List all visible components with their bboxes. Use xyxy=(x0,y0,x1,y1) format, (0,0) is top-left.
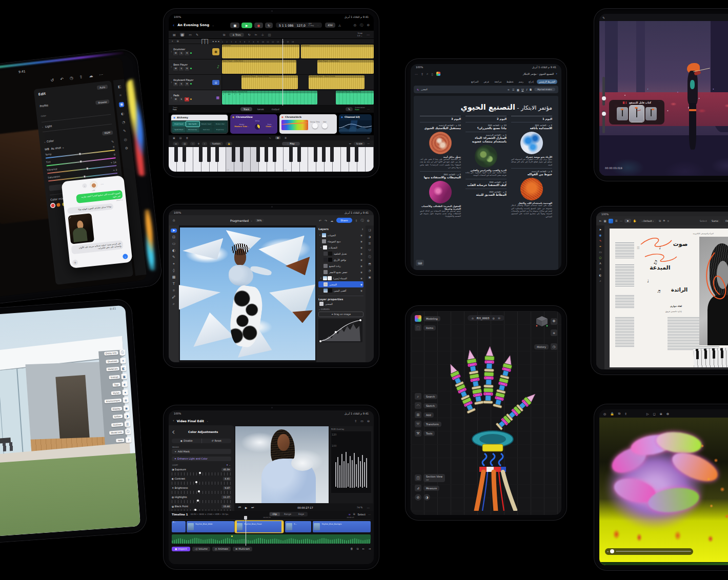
inspect-button[interactable]: ▣ Inspect xyxy=(172,547,190,551)
tab-track[interactable]: Track xyxy=(240,107,253,111)
snap-control[interactable]: Snap1/4 ⌄ xyxy=(357,32,362,36)
wb-value[interactable]: As shot xyxy=(51,146,61,150)
trash-icon[interactable]: 🗑 xyxy=(186,136,188,139)
eraser-tool[interactable]: ◊ xyxy=(173,268,174,273)
connect-icon[interactable]: ∞ xyxy=(348,513,351,516)
region-bass-1[interactable]: Bass Player - Indie Disco xyxy=(222,60,296,74)
tab-output[interactable]: Output xyxy=(269,107,282,111)
rect-tool[interactable]: ▭ xyxy=(599,251,601,254)
prev-frame-icon[interactable]: ⏮ xyxy=(238,506,241,509)
clone-tool[interactable]: ⌖ xyxy=(173,262,175,266)
panel-outliner[interactable]: Outliner☰ xyxy=(111,421,131,428)
lock-icon[interactable]: 🔒 xyxy=(610,412,614,416)
delete-icon[interactable]: 🗑 xyxy=(350,547,353,550)
brush-size-slider[interactable] xyxy=(602,77,605,106)
panel-environment[interactable]: Environment⊕ xyxy=(105,397,129,404)
vector-brush-tool[interactable]: ✎ xyxy=(599,239,602,242)
file-name[interactable]: RH_0003 xyxy=(477,317,490,320)
preset-cell[interactable]: Synth Pluck xyxy=(172,127,186,132)
record-enable-button[interactable]: R xyxy=(185,97,189,101)
viewer-more-icon[interactable]: ⋯ xyxy=(367,506,370,509)
project-title[interactable]: Video Final Edit xyxy=(177,419,204,423)
clip-skyline-close-selected[interactable]: Skyline_Blue_Close xyxy=(235,521,283,532)
scroll-down-button[interactable]: ⌄ xyxy=(123,254,128,259)
panel-soften[interactable]: Soften◑ xyxy=(112,413,130,420)
timeline-ruler[interactable]: 1 2 3 4 5 6 7 8 9 10 11 12 13 14 15 16 xyxy=(222,40,374,43)
reset-button[interactable]: ↺ Reset xyxy=(202,439,232,443)
bullets-icon[interactable]: ☰ xyxy=(512,88,514,91)
mute-button[interactable]: M xyxy=(173,97,178,101)
panel-tags[interactable]: Tags⬖ xyxy=(112,381,128,388)
slider-exposure[interactable]: ◑ Exposure45.59 xyxy=(172,468,231,475)
history-icon[interactable]: ◷ xyxy=(69,76,73,81)
info-icon[interactable]: ⓘ xyxy=(361,218,364,223)
overwrite-icon[interactable]: ⧉ xyxy=(353,512,355,516)
playback-speed[interactable]: 74 % xyxy=(357,506,363,509)
info-icon[interactable]: ⓘ xyxy=(368,255,371,259)
layer-filter-icon[interactable]: ⇕ xyxy=(361,228,363,231)
cycle-button[interactable]: ↻ xyxy=(265,23,273,28)
brush-tool[interactable]: ✎ xyxy=(172,255,175,259)
kb-more-icon[interactable]: ⋯ xyxy=(368,142,370,145)
automation-mode[interactable]: Read xyxy=(355,109,359,111)
loops-icon[interactable]: ▭ xyxy=(189,33,192,36)
settings-icon[interactable]: ⚙ xyxy=(125,146,128,151)
export-icon[interactable]: ⇧ xyxy=(624,412,627,416)
drummer-lane[interactable]: Drummer Drummer xyxy=(222,44,374,59)
fade-tool-icon[interactable]: ⊹ xyxy=(261,33,264,36)
region-keys-2[interactable]: Keyboard Player - Block Chords xyxy=(309,75,365,89)
track-header-drummer[interactable]: 1 Drummer MSR ◉ xyxy=(169,44,222,59)
layer-row[interactable]: توافق الأزرق◉ xyxy=(318,257,363,263)
back-icon[interactable]: ⇤ xyxy=(599,219,602,222)
play-button[interactable]: ▶ xyxy=(241,23,252,28)
add-mask-button[interactable]: ＋ Add Mask xyxy=(172,449,231,454)
drag-on-image-button[interactable]: ✦ Drag on image xyxy=(318,312,363,317)
audio-track[interactable] xyxy=(172,534,371,544)
panel-styles[interactable]: Styles✦ xyxy=(111,389,128,396)
tab-clip[interactable]: Clip xyxy=(270,512,280,516)
more-icon[interactable]: ⋯ xyxy=(415,72,418,76)
layer-row-selected[interactable]: ◠المنحنى◉ xyxy=(318,281,363,287)
solo-button[interactable]: S xyxy=(179,82,184,86)
cloud-icon[interactable]: ☁ xyxy=(89,73,93,78)
share-icon[interactable]: ⇧ xyxy=(79,74,83,79)
region-pad-1[interactable]: Keyboard Player - Simple PadC Am F G xyxy=(222,91,317,105)
next-frame-icon[interactable]: ⏭ xyxy=(251,506,254,509)
photo-bubble[interactable]: ⤢ xyxy=(68,213,94,244)
draw-icon[interactable]: ∿ xyxy=(269,136,271,139)
tab-home[interactable]: الشريط الرئيسي xyxy=(537,79,557,84)
gradient-tool[interactable]: ◐ xyxy=(599,274,602,277)
clip[interactable]: B… xyxy=(172,521,186,532)
preset-cell[interactable]: Modern Pad xyxy=(213,121,227,127)
tab-edge[interactable]: Edge xyxy=(295,512,307,516)
color-section[interactable]: Color xyxy=(47,139,54,143)
record-button[interactable]: ● xyxy=(254,23,263,28)
more-icon[interactable]: ⋯ xyxy=(620,219,623,222)
numbering-icon[interactable]: ≡ xyxy=(508,88,510,91)
animate-button[interactable]: ◷ Animate xyxy=(212,547,231,551)
red-dot[interactable] xyxy=(51,203,55,208)
piano-keyboard[interactable]: C2 C3 C4 xyxy=(169,147,374,172)
facetime-icon[interactable]: ⋯ xyxy=(100,182,104,186)
preset-picker[interactable]: ‹ Default › xyxy=(639,219,657,223)
font-picker[interactable]: Myriad Arabic xyxy=(534,88,555,91)
gradient-tool[interactable]: ▩ xyxy=(172,275,176,279)
mute-button[interactable]: M xyxy=(173,51,178,55)
tab-insert[interactable]: إدراج xyxy=(527,79,536,84)
share-icon[interactable]: ⇧ xyxy=(354,419,357,423)
edit-icon-selected[interactable]: ≣ xyxy=(119,102,125,108)
slider-brightness[interactable]: ☀ Brightness9.07 xyxy=(172,486,231,494)
redo-icon[interactable]: ↷ xyxy=(325,219,327,222)
marquee-icon[interactable]: ◫ xyxy=(268,33,271,36)
disable-button[interactable]: ◉ Disable xyxy=(172,439,201,443)
presets-icon[interactable]: ◧ xyxy=(117,85,121,89)
keys-lane[interactable]: Keyboard Player - Brown Chords Keyboard … xyxy=(222,75,374,90)
robotic-hand-model[interactable] xyxy=(422,332,555,511)
crop-icon[interactable]: ⌗ xyxy=(119,93,122,97)
curves-graph[interactable] xyxy=(318,319,362,342)
multicam-button[interactable]: ⊞ Multicam xyxy=(233,547,252,551)
layer-row[interactable]: ▾التعديلات◉ xyxy=(318,244,363,251)
color-mode-icon[interactable] xyxy=(415,315,421,322)
search-icon[interactable]: ⌕ xyxy=(427,72,428,76)
drive-knob[interactable] xyxy=(255,124,260,130)
